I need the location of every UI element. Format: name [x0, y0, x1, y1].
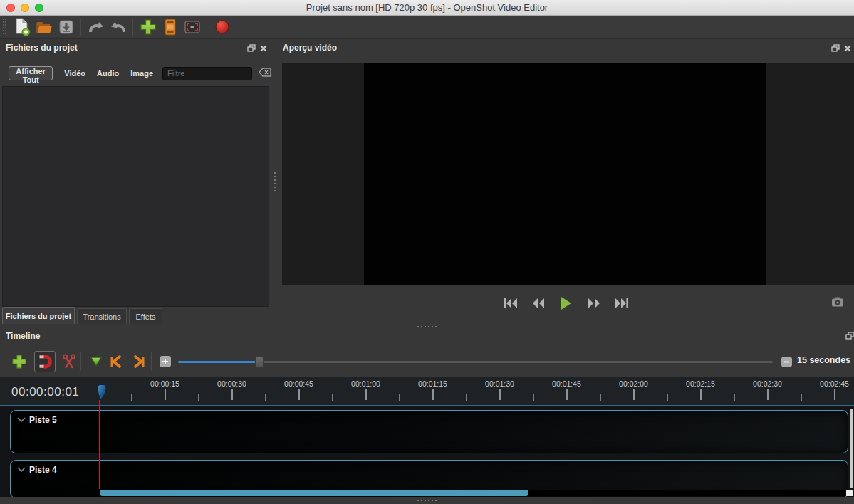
redo-icon	[109, 20, 127, 34]
new-project-icon	[14, 18, 31, 36]
toolbar-grip-icon[interactable]	[2, 18, 8, 36]
vertical-scrollbar-thumb[interactable]	[850, 409, 853, 488]
previous-marker-button[interactable]	[105, 351, 127, 372]
float-icon	[831, 44, 840, 52]
float-panel-button[interactable]	[247, 43, 256, 54]
choose-profile-button[interactable]	[159, 17, 181, 38]
timeline-panel: Timeline	[0, 329, 854, 497]
close-icon	[260, 45, 267, 52]
open-project-button[interactable]	[33, 17, 55, 38]
import-files-button[interactable]	[137, 17, 159, 38]
play-icon	[561, 297, 572, 310]
timeline-header: Timeline	[0, 329, 854, 346]
window-title: Projet sans nom [HD 720p 30 fps] - OpenS…	[0, 0, 854, 16]
horizontal-splitter[interactable]	[0, 324, 854, 329]
timeline-tracks-area[interactable]: Piste 5 Piste 4	[0, 406, 854, 497]
project-files-title: Fichiers du projet	[6, 43, 78, 53]
jump-to-start-button[interactable]	[501, 296, 520, 310]
camera-icon	[831, 297, 844, 307]
jump-to-end-icon	[615, 298, 629, 308]
filter-show-all-button[interactable]: Afficher Tout	[9, 66, 53, 80]
magnet-icon	[37, 354, 53, 369]
ruler-timestamp: 00:00:15	[150, 379, 179, 388]
filter-input[interactable]	[162, 67, 252, 80]
ruler-timestamp: 00:02:30	[753, 379, 782, 388]
ruler-timestamp: 00:01:15	[418, 379, 447, 388]
ruler-tick-major	[834, 389, 835, 400]
export-video-icon	[214, 19, 230, 35]
ruler-tick-minor	[332, 394, 333, 401]
undo-button[interactable]	[85, 17, 107, 38]
main-toolbar	[0, 16, 854, 39]
ruler-tick-minor	[198, 394, 199, 401]
chevron-down-icon[interactable]	[17, 467, 26, 473]
clear-filter-button[interactable]	[259, 68, 271, 79]
tab-transitions[interactable]: Transitions	[77, 308, 127, 324]
ruler-tick-minor	[131, 394, 132, 401]
ruler-tick-minor	[533, 394, 534, 401]
zoom-in-button[interactable]	[160, 356, 171, 367]
filter-video-button[interactable]: Vidéo	[64, 69, 85, 78]
razor-scissors-icon	[62, 354, 76, 369]
fullscreen-button[interactable]	[181, 17, 203, 38]
close-panel-button[interactable]	[844, 43, 851, 54]
timeline-zoom-slider-handle[interactable]	[255, 356, 264, 368]
ruler-tick-minor	[801, 394, 802, 401]
zoom-out-button[interactable]	[781, 357, 792, 367]
ruler-tick-minor	[265, 394, 266, 401]
chevron-down-icon[interactable]	[17, 417, 26, 423]
timeline-toolbar: 15 secondes	[0, 347, 854, 374]
snapping-toggle-button[interactable]	[34, 351, 56, 372]
ruler-tick-major	[165, 389, 166, 400]
add-marker-button[interactable]	[85, 351, 107, 372]
filter-image-button[interactable]: Image	[130, 69, 153, 78]
new-project-button[interactable]	[11, 17, 33, 38]
filter-audio-button[interactable]: Audio	[97, 69, 119, 78]
save-project-button[interactable]	[55, 17, 77, 38]
ruler-tick-major	[767, 389, 769, 400]
track-piste-5[interactable]: Piste 5	[10, 410, 848, 453]
ruler-tick-major	[633, 389, 635, 400]
tab-project-files[interactable]: Fichiers du projet	[2, 307, 75, 324]
open-project-icon	[36, 19, 53, 35]
tab-effects[interactable]: Effets	[129, 308, 162, 324]
project-files-list[interactable]	[2, 86, 269, 307]
ruler-tick-minor	[734, 394, 735, 401]
add-track-button[interactable]	[9, 351, 30, 372]
ruler-timestamp: 00:02:15	[686, 379, 715, 388]
minus-icon	[783, 359, 790, 365]
timeline-zoom-slider[interactable]	[178, 361, 773, 363]
bottom-splitter[interactable]	[0, 497, 854, 504]
play-button[interactable]	[557, 296, 576, 310]
ruler-timestamp: 00:01:00	[351, 379, 380, 388]
float-panel-button[interactable]	[831, 43, 840, 54]
ruler-timestamp: 00:00:30	[217, 379, 246, 388]
horizontal-scrollbar-thumb[interactable]	[100, 490, 528, 496]
ruler-timestamp: 00:02:45	[820, 379, 849, 388]
next-marker-button[interactable]	[128, 351, 150, 372]
previous-marker-icon	[109, 355, 123, 369]
snapshot-button[interactable]	[831, 297, 844, 309]
export-video-button[interactable]	[211, 17, 233, 38]
video-preview-area	[282, 63, 854, 285]
undo-icon	[87, 20, 105, 34]
current-time-display: 00:00:00:01	[11, 385, 79, 399]
zoom-scale-label: 15 secondes	[797, 355, 850, 365]
ruler-tick-major	[700, 389, 702, 400]
timeline-title: Timeline	[6, 331, 40, 341]
add-marker-icon	[89, 355, 103, 368]
save-project-icon	[58, 19, 74, 35]
jump-to-end-button[interactable]	[613, 296, 631, 310]
vertical-splitter[interactable]	[271, 39, 278, 324]
rewind-icon	[532, 298, 545, 308]
video-frame	[364, 63, 766, 285]
close-panel-button[interactable]	[260, 43, 267, 54]
float-panel-button[interactable]	[845, 331, 854, 342]
fast-forward-button[interactable]	[585, 296, 603, 310]
fast-forward-icon	[588, 298, 600, 308]
playhead-marker[interactable]	[95, 384, 108, 404]
timeline-ruler[interactable]: 00:00:00:01 00:00:1500:00:3000:00:4500:0…	[0, 377, 854, 406]
rewind-button[interactable]	[529, 296, 548, 310]
razor-button[interactable]	[58, 351, 80, 372]
redo-button[interactable]	[107, 17, 129, 38]
